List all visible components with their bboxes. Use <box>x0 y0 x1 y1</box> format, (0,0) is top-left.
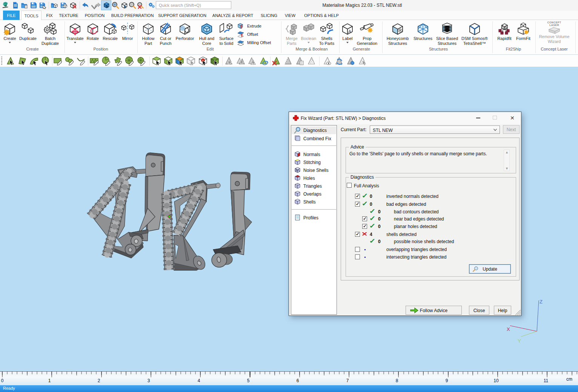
svg-text:Y: Y <box>518 338 521 344</box>
svg-text:X: X <box>507 326 510 332</box>
svg-text:Z: Z <box>540 299 543 305</box>
